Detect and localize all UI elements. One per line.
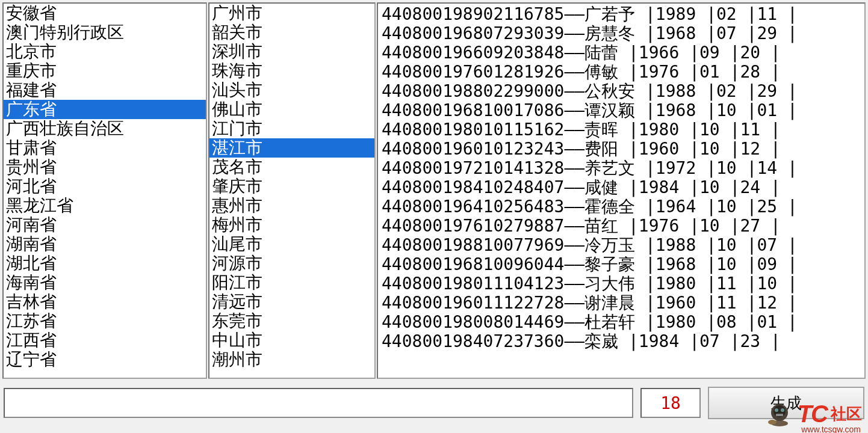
province-listbox[interactable]: 安徽省澳门特别行政区北京市重庆市福建省广东省广西壮族自治区甘肃省贵州省河北省黑龙…	[2, 2, 207, 379]
city-item[interactable]: 汕头市	[209, 81, 374, 100]
generate-button[interactable]: 生成	[708, 387, 864, 419]
city-item[interactable]: 惠州市	[209, 196, 374, 215]
result-row: 440800198008014469——杜若轩 |1980 |08 |01 |	[382, 313, 861, 332]
main-container: 安徽省澳门特别行政区北京市重庆市福建省广东省广西壮族自治区甘肃省贵州省河北省黑龙…	[0, 0, 868, 381]
city-item[interactable]: 清远市	[209, 292, 374, 312]
city-item[interactable]: 河源市	[209, 254, 374, 273]
province-item[interactable]: 江苏省	[4, 312, 206, 331]
city-item[interactable]: 湛江市	[209, 138, 374, 158]
city-item[interactable]: 东莞市	[209, 312, 374, 331]
output-input[interactable]	[4, 388, 633, 418]
province-item[interactable]: 河北省	[4, 177, 206, 196]
city-item[interactable]: 珠海市	[209, 61, 374, 81]
city-item[interactable]: 韶关市	[209, 23, 374, 42]
result-row: 440800198802299000——公秋安 |1988 |02 |29 |	[382, 82, 861, 101]
province-item[interactable]: 安徽省	[4, 4, 206, 23]
results-panel: 440800198902116785——广若予 |1989 |02 |11 |4…	[377, 2, 866, 379]
province-item[interactable]: 湖南省	[4, 235, 206, 254]
province-item[interactable]: 贵州省	[4, 158, 206, 177]
result-row: 440800197610279887——苗红 |1976 |10 |27 |	[382, 216, 861, 236]
result-row: 440800198810077969——冷万玉 |1988 |10 |07 |	[382, 236, 861, 255]
result-row: 440800198902116785——广若予 |1989 |02 |11 |	[382, 5, 861, 24]
province-item[interactable]: 甘肃省	[4, 138, 206, 158]
city-item[interactable]: 广州市	[209, 4, 374, 23]
result-row: 440800196810017086——谭汉颖 |1968 |10 |01 |	[382, 101, 861, 120]
city-item[interactable]: 阳江市	[209, 273, 374, 292]
city-item[interactable]: 深圳市	[209, 42, 374, 61]
result-row: 440800196010123243——费阳 |1960 |10 |12 |	[382, 140, 861, 159]
watermark-url: www.tcsqw.com	[801, 425, 861, 433]
result-row: 440800198011104123——习大伟 |1980 |11 |10 |	[382, 274, 861, 293]
province-item[interactable]: 黑龙江省	[4, 196, 206, 215]
city-item[interactable]: 佛山市	[209, 100, 374, 119]
province-item[interactable]: 河南省	[4, 215, 206, 235]
city-item[interactable]: 肇庆市	[209, 177, 374, 196]
province-item[interactable]: 湖北省	[4, 254, 206, 273]
count-input[interactable]	[640, 388, 701, 418]
city-item[interactable]: 中山市	[209, 331, 374, 350]
result-row: 440800196410256483——霍德全 |1964 |10 |25 |	[382, 197, 861, 216]
province-item[interactable]: 吉林省	[4, 292, 206, 312]
result-row: 440800196609203848——陆蕾 |1966 |09 |20 |	[382, 43, 861, 63]
result-row: 440800196011122728——谢津晨 |1960 |11 |12 |	[382, 293, 861, 313]
province-item[interactable]: 广西壮族自治区	[4, 119, 206, 138]
province-item[interactable]: 福建省	[4, 81, 206, 100]
province-item[interactable]: 重庆市	[4, 61, 206, 81]
city-listbox[interactable]: 广州市韶关市深圳市珠海市汕头市佛山市江门市湛江市茂名市肇庆市惠州市梅州市汕尾市河…	[208, 2, 376, 379]
province-item[interactable]: 辽宁省	[4, 350, 206, 369]
result-row: 440800198410248407——咸健 |1984 |10 |24 |	[382, 178, 861, 197]
result-row: 440800196807293039——房慧冬 |1968 |07 |29 |	[382, 24, 861, 43]
city-item[interactable]: 潮州市	[209, 350, 374, 369]
result-row: 440800197601281926——傅敏 |1976 |01 |28 |	[382, 63, 861, 82]
province-item[interactable]: 海南省	[4, 273, 206, 292]
result-row: 440800197210141328——养艺文 |1972 |10 |14 |	[382, 159, 861, 178]
province-item[interactable]: 广东省	[4, 100, 206, 119]
city-item[interactable]: 汕尾市	[209, 235, 374, 254]
city-item[interactable]: 茂名市	[209, 158, 374, 177]
bottom-bar: 生成	[0, 381, 868, 425]
province-item[interactable]: 澳门特别行政区	[4, 23, 206, 42]
result-row: 440800198407237360——栾崴 |1984 |07 |23 |	[382, 332, 861, 351]
result-row: 440800196810096044——黎子豪 |1968 |10 |09 |	[382, 255, 861, 274]
province-item[interactable]: 江西省	[4, 331, 206, 350]
city-item[interactable]: 江门市	[209, 119, 374, 138]
province-item[interactable]: 北京市	[4, 42, 206, 61]
city-item[interactable]: 梅州市	[209, 215, 374, 235]
result-row: 440800198010115162——责晖 |1980 |10 |11 |	[382, 120, 861, 140]
